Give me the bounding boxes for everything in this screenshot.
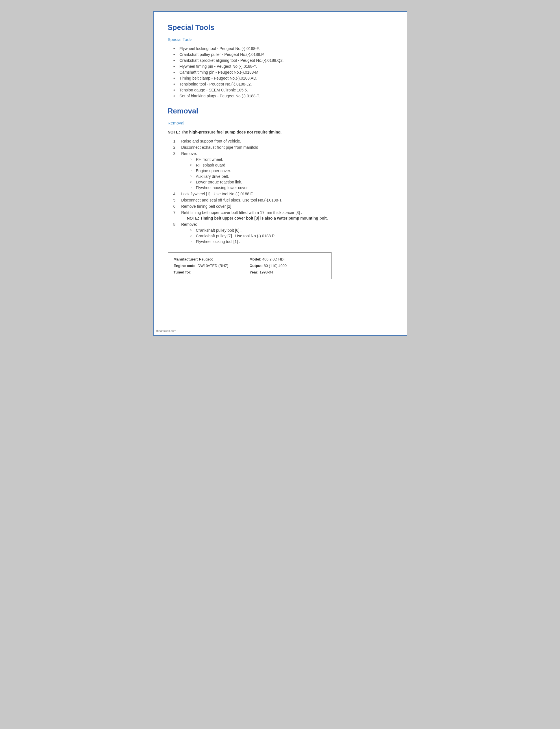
year-value: 1998-04: [260, 270, 273, 274]
removal-note: NOTE: The high-pressure fuel pump does n…: [168, 130, 393, 134]
step-number: 4.: [173, 192, 177, 196]
list-item: Flywheel locking tool - Peugeot No.(-).0…: [173, 46, 393, 51]
step-number: 3.: [173, 151, 177, 156]
engine-code-item: Engine code: DW10ATED (RHZ): [174, 264, 250, 268]
special-tools-subheading: Special Tools: [168, 37, 393, 42]
list-item: RH splash guard.: [190, 163, 393, 167]
step-text: Lock flywheel [1] . Use tool No.(-).0188…: [181, 192, 253, 196]
step-number: 1.: [173, 139, 177, 143]
list-item: Tensioning tool - Peugeot No.(-).0188-J2…: [173, 82, 393, 86]
output-value: 80 (110) 4000: [264, 264, 287, 268]
step-number: 6.: [173, 204, 177, 209]
info-box: Manufacturer: Peugeot Model: 406 2.0D HD…: [168, 252, 332, 279]
list-item: Crankshaft sprocket aligning tool - Peug…: [173, 58, 393, 63]
list-item: RH front wheel.: [190, 157, 393, 162]
engine-code-value: DW10ATED (RHZ): [198, 264, 228, 268]
step-text: Remove timing belt cover [2] .: [181, 204, 234, 209]
list-item: Engine upper cover.: [190, 169, 393, 173]
manufacturer-item: Manufacturer: Peugeot: [174, 257, 250, 261]
step-number: 7.: [173, 210, 177, 215]
page-container: Special Tools Special Tools Flywheel loc…: [153, 11, 407, 336]
step-number: 2.: [173, 145, 177, 150]
list-item: Tension gauge - SEEM C.Tronic 105.5.: [173, 88, 393, 92]
engine-code-label: Engine code:: [174, 264, 197, 268]
output-item: Output: 80 (110) 4000: [250, 264, 326, 268]
list-item: 5.Disconnect and seal off fuel pipes. Us…: [173, 198, 393, 202]
list-item: 3.Remove:RH front wheel.RH splash guard.…: [173, 151, 393, 190]
list-item: Crankshaft pulley puller - Peugeot No.(-…: [173, 52, 393, 57]
manufacturer-value: Peugeot: [199, 257, 213, 261]
removal-heading: Removal: [168, 107, 393, 115]
step-text: Remove:: [181, 222, 197, 227]
step-note: NOTE: Timing belt upper cover bolt [3] i…: [187, 216, 393, 221]
step-text: Raise and support front of vehicle.: [181, 139, 241, 143]
sub-list: Crankshaft pulley bolt [6] .Crankshaft p…: [190, 228, 393, 244]
list-item: 8.Remove:Crankshaft pulley bolt [6] .Cra…: [173, 222, 393, 244]
list-item: 4.Lock flywheel [1] . Use tool No.(-).01…: [173, 192, 393, 196]
list-item: Flywheel timing pin - Peugeot No.(-).018…: [173, 64, 393, 69]
step-text: Refit timing belt upper cover bolt fitte…: [181, 210, 302, 215]
step-number: 8.: [173, 222, 177, 227]
list-item: Lower torque reaction link.: [190, 180, 393, 184]
step-number: 5.: [173, 198, 177, 202]
info-box-grid: Manufacturer: Peugeot Model: 406 2.0D HD…: [174, 257, 326, 274]
tuned-for-item: Tuned for:: [174, 270, 250, 274]
manufacturer-label: Manufacturer:: [174, 257, 198, 261]
removal-steps-list: 1.Raise and support front of vehicle.2.D…: [173, 139, 393, 244]
list-item: Crankshaft pulley bolt [6] .: [190, 228, 393, 233]
list-item: Flywheel housing lower cover.: [190, 186, 393, 190]
model-item: Model: 406 2.0D HDi: [250, 257, 326, 261]
output-label: Output:: [250, 264, 263, 268]
step-text: Remove:: [181, 151, 197, 156]
list-item: Camshaft timing pin - Peugeot No.(-).018…: [173, 70, 393, 75]
list-item: Set of blanking plugs - Peugeot No.(-).0…: [173, 94, 393, 98]
tools-list: Flywheel locking tool - Peugeot No.(-).0…: [173, 46, 393, 98]
list-item: 7.Refit timing belt upper cover bolt fit…: [173, 210, 393, 221]
sub-list: RH front wheel.RH splash guard.Engine up…: [190, 157, 393, 190]
list-item: Crankshaft pulley [7] . Use tool No.(-).…: [190, 234, 393, 238]
step-text: Disconnect exhaust front pipe from manif…: [181, 145, 260, 150]
special-tools-heading: Special Tools: [168, 23, 393, 32]
list-item: 2.Disconnect exhaust front pipe from man…: [173, 145, 393, 150]
list-item: Timing belt clamp - Peugeot No.(-).0188.…: [173, 76, 393, 80]
model-label: Model:: [250, 257, 262, 261]
footer: theansweb.com: [156, 330, 176, 333]
list-item: 6.Remove timing belt cover [2] .: [173, 204, 393, 209]
list-item: 1.Raise and support front of vehicle.: [173, 139, 393, 143]
tuned-for-label: Tuned for:: [174, 270, 191, 274]
year-label: Year:: [250, 270, 259, 274]
model-value: 406 2.0D HDi: [262, 257, 284, 261]
removal-subheading: Removal: [168, 121, 393, 125]
year-item: Year: 1998-04: [250, 270, 326, 274]
list-item: Auxiliary drive belt.: [190, 174, 393, 179]
step-text: Disconnect and seal off fuel pipes. Use …: [181, 198, 282, 202]
list-item: Flywheel locking tool [1] .: [190, 239, 393, 244]
